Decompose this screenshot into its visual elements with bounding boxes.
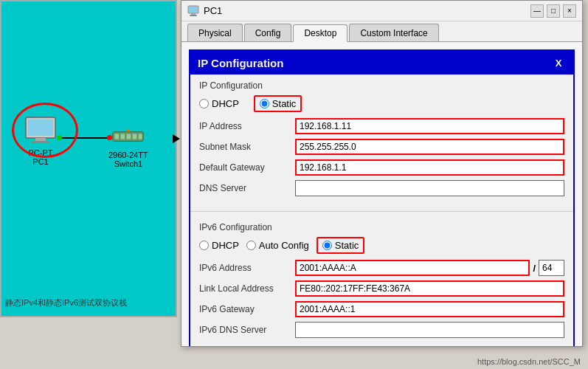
link-local-row: Link Local Address (199, 280, 564, 297)
ipv6-section-title: IPv6 Configuration (199, 222, 564, 232)
tab-bar: Physical Config Desktop Custom Interface (181, 21, 582, 42)
ipv6-gateway-label: IPv6 Gateway (199, 304, 295, 314)
tab-desktop[interactable]: Desktop (293, 24, 347, 42)
ipv4-radio-row: DHCP Static (199, 95, 564, 112)
dhcp-label: DHCP (212, 98, 239, 109)
ip-address-label: IP Address (199, 121, 295, 131)
pc-group: PC-PT PC1 (22, 116, 59, 166)
switch-icon (111, 125, 145, 148)
tab-physical[interactable]: Physical (187, 24, 243, 41)
ipv6-gateway-row: IPv6 Gateway (199, 301, 564, 317)
static-label: Static (272, 98, 297, 109)
content-area: IP Configuration X IP Configuration DHCP… (181, 42, 582, 346)
default-gateway-label: Default Gateway (199, 162, 295, 173)
arrow-right (173, 134, 180, 143)
svg-rect-7 (127, 134, 131, 139)
ipv6-gateway-input[interactable] (295, 301, 564, 317)
svg-rect-12 (189, 7, 198, 13)
dns-server-label: DNS Server (199, 183, 295, 193)
ipv6-static-radio[interactable] (322, 241, 332, 250)
dns-server-row: DNS Server (199, 180, 564, 196)
ipv4-section: IP Configuration DHCP Static IP Address (190, 75, 573, 207)
pt-window: PC1 — □ × Physical Config Desktop Custom… (181, 0, 583, 347)
minimize-button[interactable]: — (530, 4, 544, 18)
dhcp-option[interactable]: DHCP (199, 98, 239, 109)
switch-label: 2960-24TT Switch1 (108, 151, 148, 168)
ipv6-auto-label: Auto Config (259, 240, 309, 251)
ip-config-header: IP Configuration X (190, 51, 573, 75)
svg-point-10 (127, 129, 130, 132)
default-gateway-input[interactable] (295, 159, 564, 176)
pc-selection-circle (12, 103, 78, 158)
switch-group: 2960-24TT Switch1 (108, 125, 148, 168)
close-button[interactable]: × (563, 4, 576, 18)
ip-address-row: IP Address (199, 118, 564, 134)
maximize-button[interactable]: □ (547, 4, 560, 18)
subnet-mask-input[interactable] (295, 139, 564, 155)
ip-address-input[interactable] (295, 118, 564, 134)
dns-server-input[interactable] (295, 180, 564, 196)
network-diagram: PC-PT PC1 2960-24TT Switch1 静态IPv4和静 (0, 0, 177, 317)
ipv6-auto-option[interactable]: Auto Config (246, 240, 309, 251)
ipv6-dns-label: IPv6 DNS Server (199, 325, 295, 335)
ipv6-dhcp-label: DHCP (212, 240, 239, 251)
prefix-separator: / (530, 263, 539, 274)
default-gateway-row: Default Gateway (199, 159, 564, 176)
subnet-mask-label: Subnet Mask (199, 142, 295, 152)
ip-config-title: IP Configuration (198, 57, 283, 69)
ipv6-radio-row: DHCP Auto Config Static (199, 237, 564, 254)
ipv6-address-input[interactable] (295, 260, 530, 276)
link-local-label: Link Local Address (199, 283, 295, 294)
watermark: https://blog.csdn.net/SCC_M (477, 357, 581, 366)
svg-rect-6 (121, 134, 125, 139)
ip-config-panel: IP Configuration X IP Configuration DHCP… (189, 49, 575, 346)
ipv6-section: IPv6 Configuration DHCP Auto Config Stat… (190, 216, 573, 346)
ipv6-dns-row: IPv6 DNS Server (199, 322, 564, 338)
svg-rect-14 (190, 15, 197, 16)
ipv6-static-label: Static (335, 240, 359, 251)
ipv4-section-title: IP Configuration (199, 80, 564, 91)
svg-rect-5 (115, 134, 119, 139)
tab-config[interactable]: Config (244, 24, 292, 41)
title-bar-left: PC1 (187, 5, 222, 17)
ipv6-address-row: IPv6 Address / (199, 260, 564, 276)
ipv6-address-label: IPv6 Address (199, 263, 295, 273)
ipv6-static-option[interactable]: Static (317, 237, 365, 254)
ipv6-dhcp-radio[interactable] (199, 241, 209, 250)
tab-custom-interface[interactable]: Custom Interface (349, 24, 438, 41)
svg-rect-9 (139, 134, 142, 139)
ipv6-dhcp-option[interactable]: DHCP (199, 240, 239, 251)
static-option[interactable]: Static (254, 95, 302, 112)
ipv6-auto-radio[interactable] (246, 241, 256, 250)
link-local-input[interactable] (295, 280, 564, 297)
svg-rect-8 (133, 134, 136, 139)
subnet-mask-row: Subnet Mask (199, 139, 564, 155)
title-bar-pc-icon (187, 5, 199, 17)
window-title: PC1 (204, 5, 222, 16)
network-bottom-label: 静态IPv4和静态IPv6测试双协议栈 (5, 297, 127, 308)
section-divider (190, 211, 573, 212)
static-radio[interactable] (260, 99, 269, 108)
ipv6-dns-input[interactable] (295, 322, 564, 338)
dhcp-radio[interactable] (199, 99, 209, 108)
svg-rect-13 (191, 13, 196, 15)
title-bar: PC1 — □ × (181, 1, 582, 21)
ip-config-close-button[interactable]: X (551, 55, 566, 70)
window-controls[interactable]: — □ × (530, 4, 576, 18)
prefix-length-input[interactable] (539, 260, 564, 276)
